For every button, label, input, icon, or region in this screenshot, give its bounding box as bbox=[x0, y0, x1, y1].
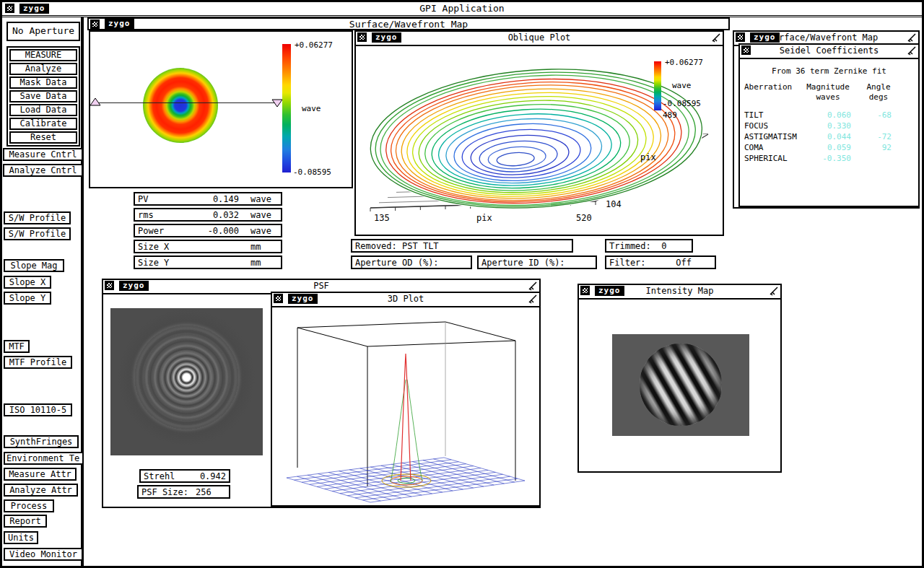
aberration-magnitude: 0.060 bbox=[805, 110, 851, 120]
seidel-col-angle: Angle bbox=[858, 82, 899, 92]
analyze-attr-button[interactable]: Analyze Attr bbox=[4, 484, 78, 497]
stat-row-pv: PV 0.149 wave bbox=[134, 192, 282, 206]
sw-profile-button-2[interactable]: S/W Profile bbox=[4, 227, 71, 240]
aperture-od-field[interactable]: Aperture OD (%): bbox=[351, 255, 472, 269]
slice-line[interactable] bbox=[93, 102, 277, 103]
seidel-col-angle-units: degs bbox=[858, 92, 899, 102]
trimmed-label: Trimmed: 0 bbox=[609, 241, 666, 251]
stat-row-power: Power -0.000 wave bbox=[134, 224, 282, 237]
no-aperture-button[interactable]: No Aperture bbox=[6, 22, 80, 41]
calibrate-button[interactable]: Calibrate bbox=[9, 118, 77, 130]
stat-value: 0.032 bbox=[213, 210, 239, 220]
colorbar-max-label: +0.06277 bbox=[295, 40, 333, 50]
aberration-angle: -68 bbox=[851, 110, 892, 120]
reset-button[interactable]: Reset bbox=[9, 131, 77, 144]
stat-value: -0.000 bbox=[208, 226, 239, 236]
psf-size-field: PSF Size: 256 bbox=[137, 485, 230, 499]
wavefront-map-image bbox=[143, 68, 218, 143]
seidel-row-tilt: TILT 0.060 -68 bbox=[744, 110, 892, 121]
synth-fringes-button[interactable]: SynthFringes bbox=[4, 435, 79, 448]
app-titlebar[interactable]: zygo GPI Application bbox=[2, 2, 922, 17]
oblique-plot-titlebar[interactable]: zygo Oblique Plot bbox=[356, 32, 723, 46]
intensity-map-titlebar[interactable]: zygo Intensity Map bbox=[579, 285, 780, 300]
seidel-row-coma: COMA 0.059 92 bbox=[744, 142, 892, 153]
close-icon[interactable] bbox=[736, 32, 745, 42]
seidel-col-magnitude: Magnitude bbox=[802, 82, 854, 92]
oblique-plot-canvas: +0.06277 wave -0.08595 489 pix 104 135 p… bbox=[356, 46, 723, 236]
plot3d-title: 3D Plot bbox=[272, 294, 539, 304]
aperture-id-field[interactable]: Aperture ID (%): bbox=[477, 255, 597, 269]
stat-units: wave bbox=[250, 210, 278, 220]
video-monitor-button[interactable]: Video Monitor bbox=[4, 548, 83, 561]
aberration-magnitude: 0.044 bbox=[805, 132, 851, 141]
seidel-subtitle: From 36 term Zernike fit bbox=[740, 66, 918, 76]
oblique-surface-plot bbox=[356, 46, 723, 236]
key-icon[interactable] bbox=[711, 32, 721, 43]
sidebar: No Aperture MEASURE Analyze Mask Data Sa… bbox=[2, 17, 84, 566]
key-icon[interactable] bbox=[769, 286, 779, 296]
zygo-logo: zygo bbox=[750, 32, 780, 43]
surface-map-titlebar[interactable]: zygo Surface/Wavefront Map bbox=[87, 17, 730, 30]
psf-size-value: 256 bbox=[196, 487, 212, 497]
aberration-magnitude: 0.330 bbox=[805, 121, 851, 131]
stat-label: rms bbox=[138, 210, 154, 220]
filter-field[interactable]: Filter: Off bbox=[605, 255, 716, 269]
intensity-map-title: Intensity Map bbox=[579, 286, 780, 296]
background-surface-map-title: rface/Wavefront Map bbox=[779, 32, 918, 43]
measure-button[interactable]: MEASURE bbox=[9, 49, 77, 61]
aperture-od-label: Aperture OD (%): bbox=[355, 258, 439, 268]
key-icon[interactable] bbox=[907, 32, 917, 43]
key-icon[interactable] bbox=[528, 281, 538, 291]
key-icon[interactable] bbox=[528, 294, 538, 304]
analyze-button[interactable]: Analyze bbox=[9, 63, 77, 75]
load-data-button[interactable]: Load Data bbox=[9, 104, 77, 116]
save-data-button[interactable]: Save Data bbox=[9, 90, 77, 102]
aberration-name: TILT bbox=[744, 110, 805, 120]
aberration-name: COMA bbox=[744, 143, 805, 152]
wavefront-map-panel: +0.06277 wave -0.08595 bbox=[89, 30, 353, 188]
seidel-col-magnitude-units: waves bbox=[802, 92, 854, 102]
sw-profile-button-1[interactable]: S/W Profile bbox=[4, 211, 71, 224]
slope-y-button[interactable]: Slope Y bbox=[4, 292, 51, 305]
colorbar bbox=[282, 44, 291, 172]
slope-mag-button[interactable]: Slope Mag bbox=[4, 259, 64, 272]
app-title: GPI Application bbox=[2, 3, 922, 14]
y-axis-tick: 104 bbox=[606, 199, 622, 209]
plot3d-window: zygo 3D Plot bbox=[271, 292, 541, 507]
stat-label: Size X bbox=[138, 242, 169, 252]
aberration-name: ASTIGMATISM bbox=[744, 132, 805, 141]
intensity-map-frame bbox=[612, 334, 749, 436]
stat-units: mm bbox=[250, 258, 278, 268]
iso-10110-5-button[interactable]: ISO 10110-5 bbox=[4, 403, 72, 416]
filter-value: Off bbox=[676, 258, 692, 268]
plot3d-titlebar[interactable]: zygo 3D Plot bbox=[272, 293, 539, 307]
stat-row-size-x: Size X mm bbox=[134, 240, 282, 253]
aberration-name: FOCUS bbox=[744, 121, 805, 131]
psf-image bbox=[110, 308, 263, 455]
stat-row-size-y: Size Y mm bbox=[134, 255, 282, 269]
environment-button[interactable]: Environment Te bbox=[4, 452, 84, 465]
removed-field[interactable]: Removed: PST TLT bbox=[351, 239, 573, 253]
mask-data-button[interactable]: Mask Data bbox=[9, 77, 77, 89]
stat-units: wave bbox=[250, 226, 278, 236]
oblique-plot-window: zygo Oblique Plot +0.06277 wave -0.08595… bbox=[354, 30, 724, 236]
key-icon[interactable] bbox=[907, 45, 917, 56]
seidel-titlebar[interactable]: Seidel Coefficients bbox=[740, 45, 918, 59]
stat-units: mm bbox=[250, 242, 278, 252]
mtf-profile-button[interactable]: MTF Profile bbox=[4, 356, 72, 369]
measure-cntrl-button[interactable]: Measure Cntrl bbox=[3, 148, 83, 161]
mtf-button[interactable]: MTF bbox=[4, 340, 30, 353]
aberration-magnitude: -0.350 bbox=[805, 154, 851, 163]
process-button[interactable]: Process bbox=[4, 499, 54, 512]
seidel-col-aberration: Aberration bbox=[744, 82, 792, 92]
aberration-magnitude: 0.059 bbox=[805, 143, 851, 152]
x-axis-min: 135 bbox=[374, 213, 390, 223]
strehl-value: 0.942 bbox=[200, 471, 226, 481]
slice-handle-left-icon[interactable] bbox=[89, 97, 102, 107]
analyze-cntrl-button[interactable]: Analyze Cntrl bbox=[3, 164, 83, 177]
report-button[interactable]: Report bbox=[4, 515, 47, 528]
trimmed-field: Trimmed: 0 bbox=[605, 239, 693, 253]
units-button[interactable]: Units bbox=[4, 531, 38, 544]
slope-x-button[interactable]: Slope X bbox=[4, 276, 51, 289]
measure-attr-button[interactable]: Measure Attr bbox=[4, 468, 77, 481]
